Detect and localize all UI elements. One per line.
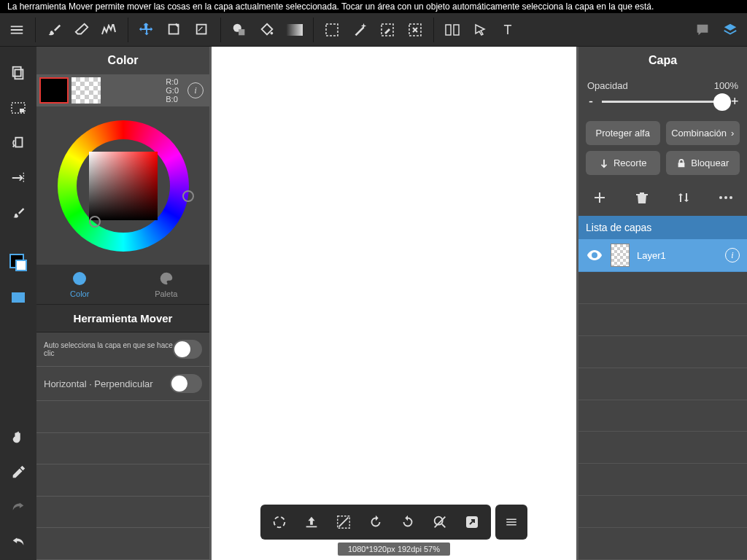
info-icon[interactable]: i bbox=[187, 82, 204, 98]
copy-icon[interactable] bbox=[0, 55, 36, 90]
svg-rect-16 bbox=[15, 138, 22, 147]
brush-small-icon[interactable] bbox=[0, 195, 36, 230]
secondary-swatch[interactable] bbox=[71, 77, 101, 104]
opacity-minus[interactable]: - bbox=[587, 94, 595, 109]
deselect-icon[interactable] bbox=[330, 509, 357, 535]
layer-info-icon[interactable]: i bbox=[725, 248, 740, 262]
text-icon[interactable]: T bbox=[495, 18, 520, 42]
color-subtabs: Color Paleta bbox=[36, 265, 209, 304]
move-tool-icon[interactable] bbox=[134, 18, 159, 42]
tab-color[interactable]: Color bbox=[36, 271, 123, 298]
layer-thumbnail bbox=[611, 244, 630, 267]
opacity-slider[interactable] bbox=[602, 101, 724, 103]
svg-rect-9 bbox=[446, 25, 451, 35]
background-color-icon[interactable] bbox=[0, 280, 36, 315]
undo-icon[interactable] bbox=[0, 525, 36, 560]
svg-point-28 bbox=[729, 196, 732, 199]
svg-rect-6 bbox=[326, 24, 338, 36]
horiz-perp-label: Horizontal · Perpendicular bbox=[44, 378, 153, 389]
crop-icon[interactable] bbox=[190, 18, 214, 42]
auto-select-row: Auto selecciona la capa en que se hace c… bbox=[36, 332, 209, 367]
share-icon[interactable] bbox=[459, 509, 485, 535]
eraser-icon[interactable] bbox=[69, 18, 94, 42]
rotate-icon[interactable] bbox=[0, 125, 36, 160]
fill-icon[interactable] bbox=[255, 18, 279, 42]
select-brush-icon[interactable] bbox=[375, 18, 400, 42]
marquee-icon[interactable] bbox=[320, 18, 344, 42]
add-layer-icon[interactable] bbox=[589, 187, 611, 209]
layers-icon[interactable] bbox=[718, 18, 743, 42]
tab-palette[interactable]: Paleta bbox=[123, 271, 210, 298]
select-erase-icon[interactable] bbox=[403, 18, 427, 42]
rotate-cw-icon[interactable] bbox=[395, 509, 421, 535]
color-panel-title: Color bbox=[36, 47, 209, 74]
top-toolbar: T bbox=[0, 13, 747, 47]
svg-point-26 bbox=[719, 196, 722, 199]
opacity-slider-row: - + bbox=[578, 91, 747, 118]
lock-button[interactable]: Bloquear bbox=[666, 151, 740, 175]
chat-icon[interactable] bbox=[690, 18, 715, 42]
left-rail bbox=[0, 47, 36, 560]
svg-point-21 bbox=[274, 517, 285, 528]
expand-icon[interactable] bbox=[266, 509, 293, 535]
chevron-right-icon: › bbox=[731, 128, 734, 139]
tool-section-title: Herramienta Mover bbox=[36, 304, 209, 332]
layer-list-header: Lista de capas bbox=[578, 216, 747, 239]
sv-marker[interactable] bbox=[89, 216, 101, 228]
visibility-icon[interactable] bbox=[586, 246, 603, 264]
status-bar: 1080*1920px 192dpi 57% bbox=[338, 542, 450, 556]
canvas-area[interactable]: 1080*1920px 192dpi 57% bbox=[209, 47, 578, 560]
svg-rect-15 bbox=[20, 109, 24, 112]
right-panel: Capa Opacidad 100% - + Proteger alfa Com… bbox=[578, 47, 747, 560]
marquee-small-icon[interactable] bbox=[0, 90, 36, 125]
clip-button[interactable]: Recorte bbox=[586, 151, 660, 175]
horiz-perp-row: Horizontal · Perpendicular bbox=[36, 367, 209, 401]
no-zoom-icon[interactable] bbox=[427, 509, 453, 535]
shape-icon[interactable] bbox=[227, 18, 252, 42]
layer-name: Layer1 bbox=[637, 250, 666, 261]
eyedropper-icon[interactable] bbox=[0, 455, 36, 490]
transform-icon[interactable] bbox=[162, 18, 187, 42]
brush-icon[interactable] bbox=[42, 18, 66, 42]
protect-alpha-button[interactable]: Proteger alfa bbox=[586, 121, 660, 145]
more-icon[interactable] bbox=[715, 187, 737, 209]
rgb-readout: R:0 G:0 B:0 bbox=[166, 77, 179, 104]
hue-marker[interactable] bbox=[182, 190, 194, 202]
rotate-ccw-icon[interactable] bbox=[363, 509, 389, 535]
hand-icon[interactable] bbox=[0, 420, 36, 455]
delete-layer-icon[interactable] bbox=[631, 187, 653, 209]
layer-panel-title: Capa bbox=[578, 47, 747, 74]
auto-select-switch[interactable] bbox=[173, 340, 202, 359]
opacity-label: Opacidad bbox=[587, 80, 628, 91]
smudge-icon[interactable] bbox=[97, 18, 122, 42]
bottom-menu-icon[interactable] bbox=[495, 505, 527, 540]
menu-icon[interactable] bbox=[4, 18, 29, 42]
divide-icon[interactable] bbox=[440, 18, 465, 42]
save-icon[interactable] bbox=[298, 509, 325, 535]
svg-rect-18 bbox=[16, 260, 26, 271]
svg-rect-12 bbox=[15, 69, 23, 79]
layer-item[interactable]: Layer1 i bbox=[578, 239, 747, 272]
primary-swatch[interactable] bbox=[39, 77, 69, 104]
clip-icon bbox=[599, 158, 609, 168]
foreground-color-icon[interactable] bbox=[0, 245, 36, 280]
blend-mode-button[interactable]: Combinación› bbox=[666, 121, 740, 145]
bottom-toolbar bbox=[260, 505, 527, 540]
wand-icon[interactable] bbox=[347, 18, 372, 42]
horiz-perp-switch[interactable] bbox=[170, 374, 202, 393]
svg-point-27 bbox=[724, 196, 727, 199]
canvas[interactable] bbox=[212, 47, 576, 560]
svg-rect-13 bbox=[13, 67, 21, 77]
flip-icon[interactable] bbox=[0, 160, 36, 195]
svg-text:T: T bbox=[504, 23, 512, 37]
pointer-icon[interactable] bbox=[468, 18, 492, 42]
color-wheel[interactable] bbox=[36, 106, 209, 265]
reorder-icon[interactable] bbox=[673, 187, 694, 209]
svg-rect-5 bbox=[287, 24, 303, 36]
gradient-icon[interactable] bbox=[282, 18, 307, 42]
svg-rect-10 bbox=[454, 25, 459, 35]
redo-icon[interactable] bbox=[0, 490, 36, 525]
lock-icon bbox=[676, 158, 686, 168]
opacity-plus[interactable]: + bbox=[731, 94, 738, 109]
svg-rect-1 bbox=[197, 24, 206, 34]
